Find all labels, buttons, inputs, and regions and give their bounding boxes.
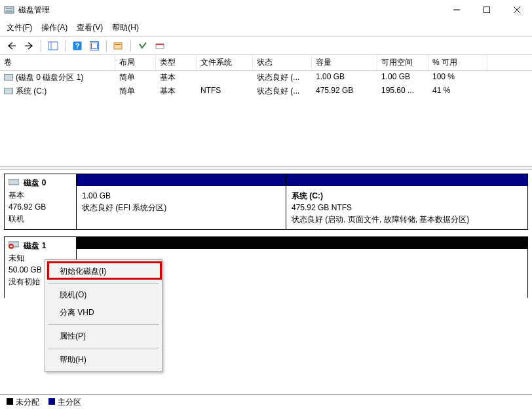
disk-0-label[interactable]: 磁盘 0 基本 476.92 GB 联机 (5, 174, 77, 229)
disk-0-block: 磁盘 0 基本 476.92 GB 联机 1.00 GB 状态良好 (EFI 系… (4, 174, 528, 230)
volume-capacity: 1.00 GB (312, 71, 377, 84)
disk-0-partition-1[interactable]: 1.00 GB 状态良好 (EFI 系统分区) (77, 174, 286, 229)
col-capacity[interactable]: 容量 (312, 55, 377, 70)
svg-text:?: ? (75, 42, 80, 50)
svg-rect-16 (156, 44, 164, 45)
disk-0-state: 联机 (9, 213, 72, 225)
table-row[interactable]: (磁盘 0 磁盘分区 1) 简单 基本 状态良好 (... 1.00 GB 1.… (0, 71, 532, 84)
volume-pct: 100 % (428, 71, 487, 84)
menu-view[interactable]: 查看(V) (77, 22, 103, 33)
col-filesystem[interactable]: 文件系统 (197, 55, 253, 70)
col-type[interactable]: 类型 (156, 55, 197, 70)
menu-offline[interactable]: 脱机(O) (47, 286, 161, 304)
settings-icon[interactable] (112, 39, 125, 52)
partition-bar-primary (286, 174, 527, 186)
svg-rect-13 (114, 43, 122, 49)
titlebar: 磁盘管理 (0, 0, 532, 20)
close-button[interactable] (502, 0, 532, 20)
minimize-button[interactable] (442, 0, 472, 20)
graphical-view-icon[interactable] (153, 39, 166, 52)
svg-rect-4 (484, 7, 490, 13)
volume-pct: 41 % (428, 85, 487, 98)
list-view-icon[interactable] (136, 39, 149, 52)
partition-bar-unallocated (77, 237, 527, 249)
menubar: 文件(F) 操作(A) 查看(V) 帮助(H) (0, 20, 532, 37)
legend-bar: 未分配 主分区 (0, 394, 532, 410)
volume-list-pane: 卷 布局 类型 文件系统 状态 容量 可用空间 % 可用 (磁盘 0 磁盘分区 … (0, 55, 532, 166)
volume-free: 1.00 GB (377, 71, 428, 84)
col-pct[interactable]: % 可用 (428, 55, 487, 70)
menu-detach-vhd[interactable]: 分离 VHD (47, 304, 161, 322)
drive-icon (4, 88, 13, 94)
svg-rect-1 (6, 8, 12, 9)
disk-0-size: 476.92 GB (9, 201, 72, 213)
table-row[interactable]: 系统 (C:) 简单 基本 NTFS 状态良好 (... 475.92 GB 1… (0, 84, 532, 98)
volume-type: 基本 (156, 71, 197, 84)
col-layout[interactable]: 布局 (115, 55, 156, 70)
menu-initialize-disk[interactable]: 初始化磁盘(I) (47, 263, 161, 280)
col-volume[interactable]: 卷 (0, 55, 115, 70)
volume-capacity: 475.92 GB (312, 85, 377, 98)
volume-layout: 简单 (115, 71, 156, 84)
svg-rect-2 (6, 10, 12, 12)
legend-primary: 主分区 (48, 397, 81, 408)
volume-fs (197, 71, 253, 84)
partition-size: 1.00 GB (82, 190, 280, 202)
svg-rect-14 (115, 44, 121, 45)
disk-0-kind: 基本 (9, 189, 72, 201)
menu-file[interactable]: 文件(F) (7, 22, 32, 33)
disk-error-icon (9, 240, 19, 252)
volume-status: 状态良好 (... (253, 85, 312, 98)
menu-help[interactable]: 帮助(H) (47, 351, 161, 369)
disk-0-partition-2[interactable]: 系统 (C:) 475.92 GB NTFS 状态良好 (启动, 页面文件, 故… (286, 174, 527, 229)
disk-mgmt-icon (4, 5, 14, 15)
volume-layout: 简单 (115, 85, 156, 98)
volume-name: (磁盘 0 磁盘分区 1) (16, 73, 83, 82)
volume-type: 基本 (156, 85, 197, 98)
volume-status: 状态良好 (... (253, 71, 312, 84)
window-title: 磁盘管理 (18, 5, 50, 16)
legend-unallocated: 未分配 (7, 397, 39, 408)
svg-rect-20 (10, 246, 12, 247)
maximize-button[interactable] (472, 0, 502, 20)
partition-title: 系统 (C:) (292, 191, 323, 200)
partition-status: 状态良好 (启动, 页面文件, 故障转储, 基本数据分区) (292, 214, 522, 225)
back-button[interactable] (5, 39, 18, 52)
partition-status: 状态良好 (EFI 系统分区) (82, 202, 280, 214)
refresh-icon[interactable] (88, 39, 101, 52)
partition-size: 475.92 GB NTFS (292, 202, 522, 214)
disk-icon (9, 177, 19, 189)
volume-fs: NTFS (197, 85, 253, 98)
menu-action[interactable]: 操作(A) (41, 22, 67, 33)
forward-button[interactable] (22, 39, 35, 52)
disk-0-title: 磁盘 0 (24, 178, 46, 187)
svg-rect-17 (9, 179, 19, 185)
menu-help[interactable]: 帮助(H) (112, 22, 139, 33)
col-status[interactable]: 状态 (253, 55, 312, 70)
col-free[interactable]: 可用空间 (377, 55, 428, 70)
volume-free: 195.60 ... (377, 85, 428, 98)
help-icon[interactable]: ? (71, 39, 84, 52)
disk-context-menu: 初始化磁盘(I) 脱机(O) 分离 VHD 属性(P) 帮助(H) (45, 259, 162, 372)
disk-1-title: 磁盘 1 (24, 241, 46, 250)
menu-properties[interactable]: 属性(P) (47, 327, 161, 345)
svg-rect-7 (48, 42, 58, 50)
svg-rect-0 (5, 7, 14, 13)
volume-name: 系统 (C:) (16, 86, 47, 96)
disk-1-size: 50.00 GB (9, 265, 42, 274)
partition-bar-primary (77, 174, 286, 186)
show-hide-tree-icon[interactable] (47, 39, 60, 52)
toolbar: ? (0, 37, 532, 55)
volume-table-header: 卷 布局 类型 文件系统 状态 容量 可用空间 % 可用 (0, 55, 532, 71)
drive-icon (4, 74, 13, 81)
volume-table-body: (磁盘 0 磁盘分区 1) 简单 基本 状态良好 (... 1.00 GB 1.… (0, 71, 532, 98)
